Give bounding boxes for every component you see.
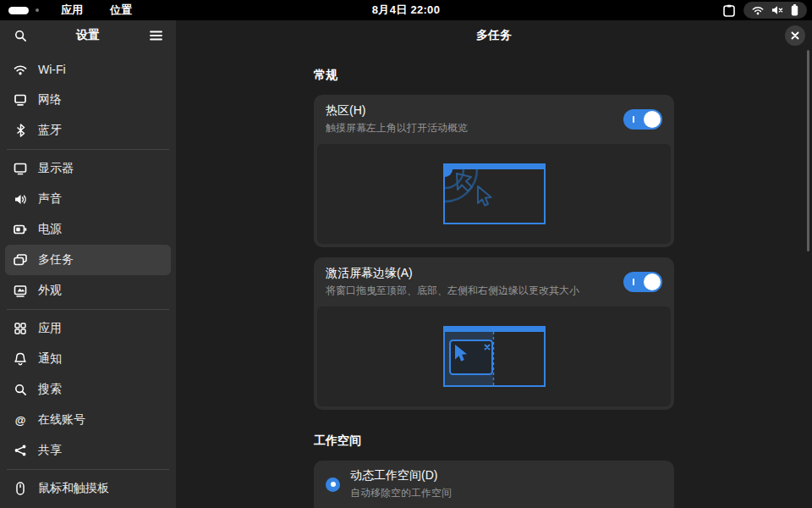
sidebar-item-power[interactable]: 电源 (5, 214, 171, 245)
sidebar-item-label: 网络 (38, 92, 62, 108)
sidebar-item-displays[interactable]: 显示器 (5, 153, 171, 184)
sidebar-item-label: 在线账号 (38, 412, 85, 428)
sidebar-header: 设置 (0, 20, 176, 51)
active-edges-toggle[interactable] (623, 272, 662, 292)
hot-corner-toggle[interactable] (623, 109, 662, 130)
active-edges-card: 激活屏幕边缘(A) 将窗口拖曳至顶部、底部、左侧和右侧边缘以更改其大小 (314, 257, 674, 410)
appearance-icon (14, 284, 27, 297)
network-icon (14, 93, 27, 107)
clock[interactable]: 8月4日 22:00 (372, 0, 440, 20)
workspaces-card: 动态工作空间(D) 自动移除空的工作空间 固定数量的工作空间(F) (314, 461, 674, 508)
sidebar-item-label: Wi-Fi (38, 63, 66, 76)
sidebar-item-label: 共享 (38, 443, 62, 458)
sidebar-item-sound[interactable]: 声音 (5, 184, 171, 214)
sidebar-divider (7, 309, 169, 310)
dynamic-workspaces-subtitle: 自动移除空的工作空间 (350, 486, 662, 500)
activities-pill (8, 7, 29, 14)
volume-muted-icon (771, 5, 783, 15)
dynamic-workspaces-row[interactable]: 动态工作空间(D) 自动移除空的工作空间 (314, 461, 674, 508)
system-status-area[interactable] (743, 2, 807, 19)
clipboard-icon[interactable] (720, 1, 738, 19)
close-button[interactable] (785, 25, 805, 46)
wifi-icon (752, 6, 764, 15)
sidebar-item-network[interactable]: 网络 (5, 85, 171, 115)
dynamic-workspaces-title: 动态工作空间(D) (350, 468, 662, 483)
sidebar-item-label: 应用 (38, 321, 62, 336)
sidebar-item-label: 外观 (38, 283, 62, 298)
sidebar-divider (7, 469, 169, 470)
mouse-icon (14, 482, 27, 495)
active-edges-row[interactable]: 激活屏幕边缘(A) 将窗口拖曳至顶部、底部、左侧和右侧边缘以更改其大小 (314, 257, 674, 306)
battery-icon (791, 4, 798, 16)
search-button[interactable] (8, 25, 32, 47)
sidebar-item-label: 搜索 (38, 382, 62, 397)
panel-header: 多任务 (176, 20, 812, 51)
active-edges-illustration (317, 306, 671, 406)
sidebar-item-sharing[interactable]: 共享 (5, 435, 171, 466)
vertical-scrollbar[interactable] (807, 50, 809, 251)
sidebar-item-search[interactable]: 搜索 (5, 374, 171, 405)
sidebar-item-online-accounts[interactable]: @ 在线账号 (5, 405, 171, 435)
search-icon (14, 383, 27, 396)
sound-icon (14, 192, 27, 206)
hot-corner-card: 热区(H) 触摸屏幕左上角以打开活动概览 (314, 95, 674, 247)
bluetooth-icon (14, 124, 27, 137)
section-heading-workspaces: 工作空间 (314, 433, 674, 449)
hot-corner-title: 热区(H) (326, 103, 613, 119)
section-heading-general: 常规 (314, 68, 674, 83)
sidebar-item-label: 多任务 (38, 252, 74, 268)
notifications-icon (14, 352, 27, 366)
sidebar-item-label: 声音 (38, 191, 62, 207)
activities-indicator[interactable] (8, 7, 44, 14)
panel-content: 常规 热区(H) 触摸屏幕左上角以打开活动概览 (314, 51, 674, 508)
sidebar-item-label: 鼠标和触摸板 (38, 481, 109, 496)
sidebar-item-appearance[interactable]: 外观 (5, 275, 171, 306)
sidebar-item-mouse-touchpad[interactable]: 鼠标和触摸板 (5, 473, 171, 504)
hot-corner-row[interactable]: 热区(H) 触摸屏幕左上角以打开活动概览 (314, 95, 674, 144)
hot-corner-subtitle: 触摸屏幕左上角以打开活动概览 (326, 121, 613, 135)
sidebar-item-label: 显示器 (38, 161, 74, 176)
at-symbol-icon: @ (14, 413, 27, 427)
page-title: 多任务 (476, 28, 512, 43)
sidebar-item-label: 蓝牙 (38, 123, 62, 138)
sidebar-item-multitasking[interactable]: 多任务 (5, 245, 171, 275)
dynamic-workspaces-radio[interactable] (326, 478, 340, 492)
active-edges-subtitle: 将窗口拖曳至顶部、底部、左侧和右侧边缘以更改其大小 (326, 284, 613, 298)
display-icon (14, 162, 27, 175)
hot-corner-illustration (317, 144, 671, 244)
menu-applications[interactable]: 应用 (51, 0, 93, 20)
sidebar-item-apps[interactable]: 应用 (5, 313, 171, 344)
sidebar-item-label: 通知 (38, 351, 62, 367)
top-bar: 应用 位置 8月4日 22:00 (0, 0, 812, 20)
workspace-dot (36, 8, 39, 12)
sidebar-item-wifi[interactable]: Wi-Fi (5, 54, 171, 85)
sidebar-nav: Wi-Fi 网络 蓝牙 显示器 声音 电源 (0, 51, 176, 507)
multitasking-icon (14, 253, 27, 267)
menu-places[interactable]: 位置 (100, 0, 142, 20)
sidebar-item-notifications[interactable]: 通知 (5, 344, 171, 374)
share-icon (14, 444, 27, 457)
sidebar-divider (7, 149, 169, 150)
multitasking-panel: 多任务 常规 热区(H) 触摸屏幕左上角以打开活动概览 (176, 20, 812, 508)
power-icon (14, 223, 27, 236)
primary-menu-button[interactable] (144, 25, 167, 47)
apps-icon (14, 322, 27, 335)
active-edges-title: 激活屏幕边缘(A) (326, 266, 613, 281)
wifi-icon (14, 63, 27, 76)
settings-sidebar: 设置 Wi-Fi 网络 蓝牙 显示器 (0, 20, 176, 508)
sidebar-item-bluetooth[interactable]: 蓝牙 (5, 115, 171, 146)
sidebar-item-label: 电源 (38, 222, 62, 237)
